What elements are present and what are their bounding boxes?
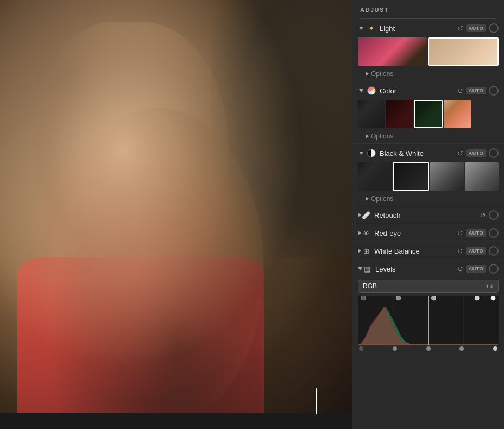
photo-overlay	[0, 0, 352, 429]
svg-point-9	[491, 296, 495, 300]
section-levels: ▦ Levels ↺ AUTO RGB ⬆⬇	[352, 260, 504, 355]
redeye-icon-wrapper: 👁	[361, 228, 371, 238]
color-auto-badge[interactable]: AUTO	[466, 87, 486, 94]
histogram-display	[358, 296, 499, 345]
histogram-svg	[358, 296, 499, 345]
wb-toggle[interactable]	[489, 246, 499, 256]
light-toggle[interactable]	[489, 23, 499, 33]
bw-controls: ↺ AUTO	[457, 148, 499, 158]
retouch-icon-wrapper: 🩹	[361, 210, 371, 220]
photo-canvas	[0, 0, 352, 429]
levels-icon-wrapper: ▦	[362, 264, 372, 274]
levels-chevron-icon	[358, 267, 362, 270]
bw-thumb-2[interactable]	[393, 162, 429, 191]
levels-reset-icon[interactable]: ↺	[457, 265, 463, 273]
sun-icon: ✦	[367, 24, 376, 33]
light-options-label: Options	[371, 70, 393, 78]
section-redeye-header[interactable]: 👁 Red-eye ↺ AUTO	[352, 224, 504, 242]
svg-point-7	[431, 296, 436, 300]
highlight-slider[interactable]	[493, 346, 497, 351]
redeye-section-title: Red-eye	[374, 229, 457, 237]
bw-auto-badge[interactable]: AUTO	[466, 149, 486, 157]
light-auto-badge[interactable]: AUTO	[466, 24, 486, 32]
light-thumb-2[interactable]	[428, 37, 499, 66]
adjust-panel: ADJUST ✦ Light ↺ AUTO Options Color ↺ AU…	[352, 0, 504, 429]
bw-chevron-icon	[358, 150, 364, 156]
section-color-header[interactable]: Color ↺ AUTO	[352, 81, 504, 99]
color-thumb-1[interactable]	[358, 100, 385, 128]
color-toggle[interactable]	[489, 86, 499, 96]
section-wb-header[interactable]: ⊞ White Balance ↺ AUTO	[352, 242, 504, 260]
wb-controls: ↺ AUTO	[457, 246, 499, 256]
color-options-label: Options	[371, 133, 393, 140]
photo-background	[0, 0, 352, 429]
retouch-toggle[interactable]	[489, 210, 499, 220]
color-controls: ↺ AUTO	[457, 86, 499, 96]
levels-auto-badge[interactable]: AUTO	[466, 265, 486, 273]
bw-options-label: Options	[371, 195, 393, 203]
redeye-auto-badge[interactable]: AUTO	[466, 229, 486, 237]
color-thumb-4[interactable]	[444, 100, 470, 128]
section-retouch-header[interactable]: 🩹 Retouch ↺	[352, 206, 504, 224]
section-bw-header[interactable]: Black & White ↺ AUTO	[352, 143, 504, 161]
levels-controls: ↺ AUTO	[457, 264, 499, 274]
color-options-row[interactable]: Options	[352, 131, 504, 143]
eye-icon: 👁	[363, 229, 370, 237]
svg-point-6	[396, 296, 401, 300]
retouch-section-title: Retouch	[374, 211, 480, 219]
selector-arrow-icon: ⬆⬇	[485, 283, 494, 289]
bw-thumbnails	[352, 161, 504, 194]
color-thumb-3[interactable]	[414, 100, 443, 128]
section-light-header[interactable]: ✦ Light ↺ AUTO	[352, 19, 504, 36]
light-thumbnails	[352, 36, 504, 69]
retouch-controls: ↺	[480, 210, 499, 220]
color-chevron-icon	[358, 87, 364, 94]
redeye-toggle[interactable]	[489, 228, 499, 238]
color-thumb-2[interactable]	[386, 100, 412, 128]
levels-header[interactable]: ▦ Levels ↺ AUTO	[352, 260, 504, 277]
color-section-title: Color	[380, 87, 457, 95]
wb-grid-icon: ⊞	[363, 247, 369, 255]
bw-section-title: Black & White	[380, 149, 457, 157]
wb-reset-icon[interactable]: ↺	[457, 247, 463, 255]
color-thumb-5[interactable]	[472, 100, 499, 128]
shadow-slider[interactable]	[359, 346, 363, 351]
svg-point-5	[361, 296, 366, 300]
channel-label: RGB	[363, 282, 377, 290]
bw-thumb-1[interactable]	[358, 162, 392, 191]
light-controls: ↺ AUTO	[457, 23, 499, 33]
darks-slider[interactable]	[393, 346, 397, 351]
midtone-slider[interactable]	[426, 346, 431, 351]
levels-section-title: Levels	[375, 265, 457, 273]
light-icon: ✦	[367, 23, 376, 33]
svg-point-8	[475, 296, 479, 300]
bw-options-row[interactable]: Options	[352, 194, 504, 206]
light-section-title: Light	[380, 24, 457, 33]
redeye-controls: ↺ AUTO	[457, 228, 499, 238]
bw-reset-icon[interactable]: ↺	[457, 149, 463, 157]
bw-thumb-3[interactable]	[430, 162, 464, 191]
color-icon-wrapper	[367, 86, 376, 96]
light-options-row[interactable]: Options	[352, 69, 504, 81]
color-reset-icon[interactable]: ↺	[457, 87, 463, 95]
lights-slider[interactable]	[459, 346, 464, 351]
bw-circle-icon	[367, 149, 376, 157]
wb-section-title: White Balance	[374, 247, 457, 255]
bw-options-chevron-icon	[366, 197, 369, 201]
cursor-line	[316, 388, 317, 414]
wb-icon-wrapper: ⊞	[361, 246, 371, 256]
panel-title: ADJUST	[352, 0, 504, 18]
bw-toggle[interactable]	[489, 148, 499, 158]
histogram-slider-row	[358, 345, 499, 351]
wb-auto-badge[interactable]: AUTO	[466, 247, 486, 255]
photo-bottom-bar	[0, 413, 352, 429]
channel-selector[interactable]: RGB ⬆⬇	[358, 280, 499, 293]
bw-thumb-4[interactable]	[465, 162, 499, 191]
redeye-reset-icon[interactable]: ↺	[457, 229, 463, 237]
bw-icon-wrapper	[367, 148, 376, 158]
color-wheel-icon	[367, 86, 376, 95]
light-thumb-1[interactable]	[358, 37, 427, 66]
light-reset-icon[interactable]: ↺	[457, 24, 463, 33]
levels-toggle[interactable]	[489, 264, 499, 274]
retouch-reset-icon[interactable]: ↺	[480, 211, 486, 219]
